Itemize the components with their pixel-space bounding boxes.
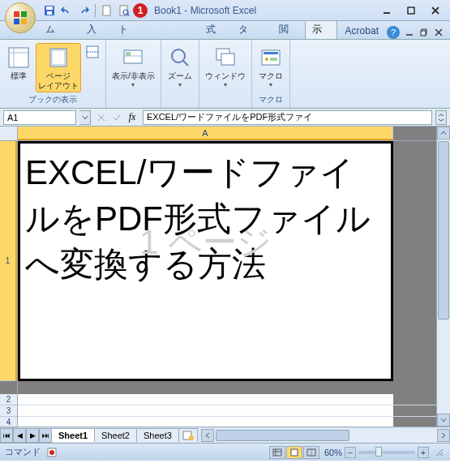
- view-pagebreak-button[interactable]: [83, 43, 102, 61]
- sheet-nav-last-button[interactable]: ⏭: [39, 428, 52, 443]
- maximize-button[interactable]: [400, 3, 422, 18]
- cell-a1[interactable]: 1 ページ EXCEL/ワードファイルをPDF形式ファイルへ変換する方法: [18, 141, 393, 381]
- sheet-nav-next-button[interactable]: ▶: [26, 428, 39, 443]
- chevron-down-icon: [440, 417, 447, 423]
- tab-acrobat[interactable]: Acrobat: [339, 23, 385, 39]
- sheet-tab-1[interactable]: Sheet1: [51, 428, 95, 442]
- scroll-down-button[interactable]: [437, 414, 450, 427]
- view-normal-button[interactable]: 標準: [3, 43, 34, 83]
- workbook-close-button[interactable]: [432, 27, 445, 38]
- resize-grip[interactable]: [434, 447, 445, 458]
- scroll-thumb[interactable]: [216, 430, 349, 441]
- view-pagelayout-button[interactable]: ページ レイアウト: [36, 43, 81, 92]
- chevron-down-icon: ▾: [224, 81, 227, 88]
- row-header-3[interactable]: 3: [0, 405, 17, 417]
- cancel-formula-button[interactable]: [94, 110, 109, 125]
- svg-rect-17: [421, 31, 426, 36]
- office-logo-icon: [12, 10, 28, 26]
- svg-line-31: [183, 61, 188, 66]
- normal-view-shortcut[interactable]: [269, 446, 285, 459]
- scroll-thumb[interactable]: [438, 141, 449, 319]
- zoom-in-button[interactable]: +: [418, 447, 429, 458]
- group-label: マクロ: [255, 93, 286, 106]
- grid-row[interactable]: [18, 417, 436, 427]
- fx-icon: fx: [129, 111, 136, 123]
- zoom-button[interactable]: ズーム ▾: [165, 43, 195, 90]
- new-sheet-button[interactable]: [178, 428, 198, 442]
- gray-gap: [0, 381, 17, 394]
- window-button[interactable]: ウィンドウ ▾: [203, 43, 248, 90]
- show-hide-button[interactable]: 表示/非表示 ▾: [109, 43, 157, 90]
- zoom-percent[interactable]: 60%: [324, 448, 342, 457]
- scroll-left-button[interactable]: [201, 429, 214, 442]
- zoom-out-button[interactable]: −: [345, 447, 356, 458]
- undo-icon: [61, 5, 72, 16]
- pagebreak-icon: [86, 45, 99, 58]
- scroll-up-button[interactable]: [437, 127, 450, 139]
- scroll-track[interactable]: [214, 429, 437, 442]
- redo-button[interactable]: [76, 3, 91, 18]
- select-all-button[interactable]: [0, 127, 17, 141]
- macros-button[interactable]: マクロ ▾: [255, 43, 286, 90]
- sheet-tab-3[interactable]: Sheet3: [136, 428, 179, 442]
- label: ウィンドウ: [205, 71, 246, 81]
- insert-function-button[interactable]: fx: [125, 110, 139, 125]
- chevron-down-icon: ▾: [178, 81, 182, 88]
- label: マクロ: [259, 71, 283, 81]
- expand-formula-bar-button[interactable]: [435, 110, 447, 125]
- save-icon: [44, 5, 55, 16]
- formula-bar[interactable]: EXCEL/ワードファイルをPDF形式ファイ: [143, 110, 432, 125]
- group-label: [109, 96, 157, 106]
- name-box-dropdown[interactable]: [79, 110, 91, 125]
- save-button[interactable]: [42, 3, 57, 18]
- grid-row[interactable]: [18, 394, 436, 405]
- svg-line-50: [436, 449, 443, 456]
- workbook-restore-button[interactable]: [418, 27, 431, 38]
- close-button[interactable]: [424, 3, 447, 18]
- new-button[interactable]: [100, 3, 114, 18]
- vertical-scrollbar[interactable]: [436, 127, 450, 427]
- ribbon-group-showhide: 表示/非表示 ▾: [106, 40, 161, 108]
- print-preview-button[interactable]: [117, 3, 131, 18]
- sheet-nav-first-button[interactable]: ⏮: [0, 428, 13, 443]
- ribbon-group-window: ウィンドウ ▾: [199, 40, 252, 108]
- workbook-minimize-button[interactable]: [403, 27, 416, 38]
- help-button[interactable]: ?: [387, 26, 400, 39]
- name-box[interactable]: A1: [3, 110, 76, 125]
- enter-formula-button[interactable]: [109, 110, 124, 125]
- pagebreak-icon: [306, 448, 316, 457]
- svg-point-30: [172, 49, 185, 62]
- maximize-icon: [406, 6, 416, 15]
- scroll-track[interactable]: [437, 139, 450, 414]
- separator: [95, 4, 96, 17]
- zoom-icon: [169, 46, 191, 69]
- worksheet-area: 1 2 3 4 A 1 ページ EXCEL/ワードファイルをPDF形式ファイルへ…: [0, 127, 450, 427]
- ribbon-group-zoom: ズーム ▾: [161, 40, 199, 108]
- sheet-tab-2[interactable]: Sheet2: [94, 428, 137, 442]
- minimize-icon: [382, 6, 392, 15]
- grid[interactable]: 1 ページ EXCEL/ワードファイルをPDF形式ファイルへ変換する方法: [18, 141, 436, 427]
- gray-col: [393, 127, 436, 140]
- sheet-nav-prev-button[interactable]: ◀: [13, 428, 26, 443]
- row-header-4[interactable]: 4: [0, 417, 17, 428]
- pagelayout-view-shortcut[interactable]: [286, 446, 302, 459]
- grid-row[interactable]: [18, 405, 436, 417]
- macro-record-button[interactable]: [45, 446, 58, 459]
- horizontal-scrollbar[interactable]: [201, 429, 450, 442]
- macro-icon: [259, 46, 282, 69]
- pagebreak-view-shortcut[interactable]: [303, 446, 319, 459]
- grip-icon: [434, 447, 444, 457]
- svg-point-43: [49, 450, 54, 455]
- row-header-1[interactable]: 1: [0, 141, 17, 381]
- zoom-slider[interactable]: [358, 451, 415, 454]
- svg-rect-1: [21, 11, 27, 17]
- minimize-button[interactable]: [375, 3, 398, 18]
- scroll-right-button[interactable]: [437, 429, 450, 442]
- undo-button[interactable]: [59, 3, 74, 18]
- column-header-a[interactable]: A: [18, 127, 393, 140]
- office-button[interactable]: [5, 2, 36, 33]
- window-controls: [375, 3, 447, 18]
- zoom-slider-thumb[interactable]: [375, 447, 382, 457]
- label: ページ レイアウト: [38, 71, 79, 91]
- row-header-2[interactable]: 2: [0, 394, 17, 405]
